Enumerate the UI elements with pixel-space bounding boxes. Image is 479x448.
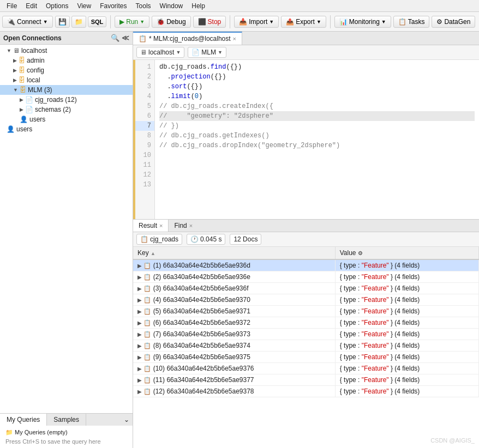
table-row[interactable]: ▶ 📋 (3) 66a340a64e42b5b6e5ae936f { type … xyxy=(133,283,479,294)
sidebar-bottom-tabs: My Queries Samples ⌄ xyxy=(0,414,133,426)
my-queries-folder[interactable]: 📁 My Queries (empty) xyxy=(3,428,129,437)
tasks-button[interactable]: 📋 Tasks xyxy=(393,16,430,28)
run-button[interactable]: ▶ Run ▼ xyxy=(115,16,149,28)
result-tab-find[interactable]: Find × xyxy=(169,220,198,232)
row-key: 66a340a64e42b5b6e5ae9372 xyxy=(163,319,250,326)
menu-file[interactable]: File xyxy=(2,1,21,11)
menu-tools[interactable]: Tools xyxy=(131,1,155,11)
value-cell: { type : "Feature" } (4 fields) xyxy=(335,329,478,340)
tab-samples[interactable]: Samples xyxy=(47,414,86,426)
tree-arrow-localhost: ▼ xyxy=(7,48,11,53)
line-number-8: 8 xyxy=(135,131,154,141)
row-expand-icon[interactable]: ▶ xyxy=(137,331,142,337)
row-expand-icon[interactable]: ▶ xyxy=(137,377,142,383)
table-row[interactable]: ▶ 📋 (6) 66a340a64e42b5b6e5ae9372 { type … xyxy=(133,317,479,329)
line-number-4: 4 xyxy=(135,92,154,101)
code-editor[interactable]: 12345678910111213 db.cjg_roads.find({}) … xyxy=(133,60,479,219)
tree-item-schemas[interactable]: ▶ 📄 schemas (2) xyxy=(0,105,133,114)
value-cell: { type : "Feature" } (4 fields) xyxy=(335,386,478,397)
db-selector[interactable]: 📄 MLM ▼ xyxy=(188,47,226,58)
search-icon[interactable]: 🔍 xyxy=(111,34,119,42)
table-row[interactable]: ▶ 📋 (8) 66a340a64e42b5b6e5ae9374 { type … xyxy=(133,340,479,352)
key-cell: ▶ 📋 (6) 66a340a64e42b5b6e5ae9372 xyxy=(133,317,335,329)
tree-item-users-collection[interactable]: 👤 users xyxy=(0,114,133,124)
sidebar: Open Connections 🔍 ≪ ▼ 🖥 localhost ▶ 🗄 a… xyxy=(0,32,133,448)
tree-item-admin[interactable]: ▶ 🗄 admin xyxy=(0,56,133,65)
tab-close-button[interactable]: × xyxy=(233,35,236,42)
row-num: (2) xyxy=(153,273,161,281)
tree-item-users-root[interactable]: 👤 users xyxy=(0,124,133,134)
value-cell: { type : "Feature" } (4 fields) xyxy=(335,283,478,294)
db-icon-local: 🗄 xyxy=(19,76,25,84)
menu-window[interactable]: Window xyxy=(155,1,188,11)
menu-edit[interactable]: Edit xyxy=(21,1,41,11)
row-expand-icon[interactable]: ▶ xyxy=(137,308,142,314)
tree-item-cjg-roads[interactable]: ▶ 📄 cjg_roads (12) xyxy=(0,95,133,105)
row-expand-icon[interactable]: ▶ xyxy=(137,274,142,280)
value-cell: { type : "Feature" } (4 fields) xyxy=(335,271,478,283)
menu-view[interactable]: View xyxy=(73,1,95,11)
table-row[interactable]: ▶ 📋 (1) 66a340a64e42b5b6e5ae936d { type … xyxy=(133,259,479,271)
db-icon-admin: 🗄 xyxy=(19,57,25,64)
row-expand-icon[interactable]: ▶ xyxy=(137,366,142,372)
code-content[interactable]: db.cjg_roads.find({}) .projection({}) .s… xyxy=(155,60,479,219)
code-line-8: // }) xyxy=(159,121,475,131)
row-expand-icon[interactable]: ▶ xyxy=(137,286,142,292)
row-expand-icon[interactable]: ▶ xyxy=(137,320,142,326)
table-row[interactable]: ▶ 📋 (5) 66a340a64e42b5b6e5ae9371 { type … xyxy=(133,306,479,317)
value-cell: { type : "Feature" } (4 fields) xyxy=(335,259,478,271)
row-key: 66a340a64e42b5b6e5ae9373 xyxy=(163,330,250,338)
table-row[interactable]: ▶ 📋 (7) 66a340a64e42b5b6e5ae9373 { type … xyxy=(133,329,479,340)
find-tab-close[interactable]: × xyxy=(189,222,193,229)
tree-item-mlm[interactable]: ▼ 🗄 MLM (3) xyxy=(0,85,133,95)
tree-arrow-config: ▶ xyxy=(13,68,17,73)
menu-options[interactable]: Options xyxy=(41,1,73,11)
debug-button[interactable]: 🐞 Debug xyxy=(152,16,190,28)
menu-help[interactable]: Help xyxy=(187,1,209,11)
tab-my-queries[interactable]: My Queries xyxy=(0,414,47,426)
table-row[interactable]: ▶ 📋 (11) 66a340a64e42b5b6e5ae9377 { type… xyxy=(133,374,479,386)
row-doc-icon: 📋 xyxy=(143,354,151,360)
table-row[interactable]: ▶ 📋 (2) 66a340a64e42b5b6e5ae936e { type … xyxy=(133,271,479,283)
result-tab-result[interactable]: Result × xyxy=(133,220,169,232)
toolbar-open-button[interactable]: 📁 xyxy=(71,16,86,28)
data-table: Key ▲ Value ⚙ ▶ 📋 (1) 66a340a64e42b5b6e5… xyxy=(133,247,479,397)
row-expand-icon[interactable]: ▶ xyxy=(137,263,142,269)
row-expand-icon[interactable]: ▶ xyxy=(137,343,142,349)
monitoring-button[interactable]: 📊 Monitoring ▼ xyxy=(334,16,391,28)
result-tab-close[interactable]: × xyxy=(159,222,163,229)
row-expand-icon[interactable]: ▶ xyxy=(137,297,142,303)
sidebar-collapse-arrow[interactable]: ⌄ xyxy=(121,414,133,426)
value-cell: { type : "Feature" } (4 fields) xyxy=(335,352,478,363)
datagen-button[interactable]: ⚙ DataGen xyxy=(432,16,475,28)
tree-arrow-mlm: ▼ xyxy=(13,87,18,93)
toolbar-save-button[interactable]: 💾 xyxy=(55,16,70,28)
key-cell: ▶ 📋 (2) 66a340a64e42b5b6e5ae936e xyxy=(133,271,335,283)
connect-arrow-icon: ▼ xyxy=(43,19,48,25)
row-expand-icon[interactable]: ▶ xyxy=(137,354,142,360)
tree-item-config[interactable]: ▶ 🗄 config xyxy=(0,65,133,75)
collection-indicator: 📋 cjg_roads xyxy=(136,234,182,245)
row-doc-icon: 📋 xyxy=(143,274,151,280)
table-row[interactable]: ▶ 📋 (4) 66a340a64e42b5b6e5ae9370 { type … xyxy=(133,294,479,306)
tree-item-local[interactable]: ▶ 🗄 local xyxy=(0,75,133,85)
connect-button[interactable]: 🔌 Connect ▼ xyxy=(2,16,53,28)
code-line-2: .projection({}) xyxy=(159,72,475,82)
row-doc-icon: 📋 xyxy=(143,308,151,314)
row-key: 66a340a64e42b5b6e5ae936d xyxy=(163,262,250,269)
export-button[interactable]: 📤 Export ▼ xyxy=(281,16,326,28)
import-button[interactable]: 📥 Import ▼ xyxy=(234,16,279,28)
tree-item-localhost[interactable]: ▼ 🖥 localhost xyxy=(0,46,133,56)
table-row[interactable]: ▶ 📋 (10) 66a340a64e42b5b6e5ae9376 { type… xyxy=(133,363,479,374)
editor-tab[interactable]: 📋 * MLM:cjg_roads@localhost × xyxy=(133,32,242,45)
server-selector[interactable]: 🖥 localhost ▼ xyxy=(136,47,184,58)
menu-favorites[interactable]: Favorites xyxy=(95,1,131,11)
export-icon: 📤 xyxy=(286,18,294,26)
toolbar-sql-button[interactable]: SQL xyxy=(88,16,107,27)
table-row[interactable]: ▶ 📋 (12) 66a340a64e42b5b6e5ae9378 { type… xyxy=(133,386,479,397)
tree-label-schemas: schemas (2) xyxy=(35,106,71,113)
table-row[interactable]: ▶ 📋 (9) 66a340a64e42b5b6e5ae9375 { type … xyxy=(133,352,479,363)
collapse-icon[interactable]: ≪ xyxy=(122,34,129,42)
row-expand-icon[interactable]: ▶ xyxy=(137,389,142,395)
stop-button[interactable]: ⬛ Stop xyxy=(193,16,226,28)
